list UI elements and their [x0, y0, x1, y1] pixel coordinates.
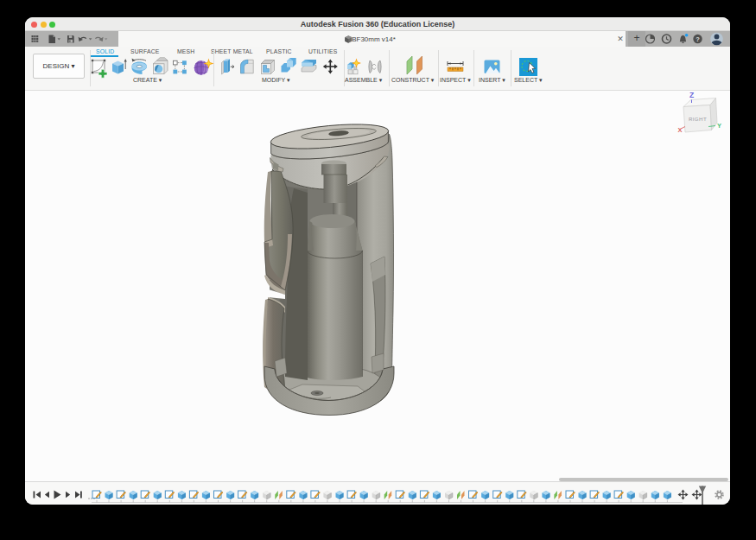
svg-text:X: X — [677, 126, 682, 134]
svg-text:?: ? — [696, 35, 700, 43]
svg-text:Y: Y — [717, 122, 721, 130]
svg-text:RIGHT: RIGHT — [689, 116, 707, 122]
svg-text:Z: Z — [689, 91, 694, 99]
